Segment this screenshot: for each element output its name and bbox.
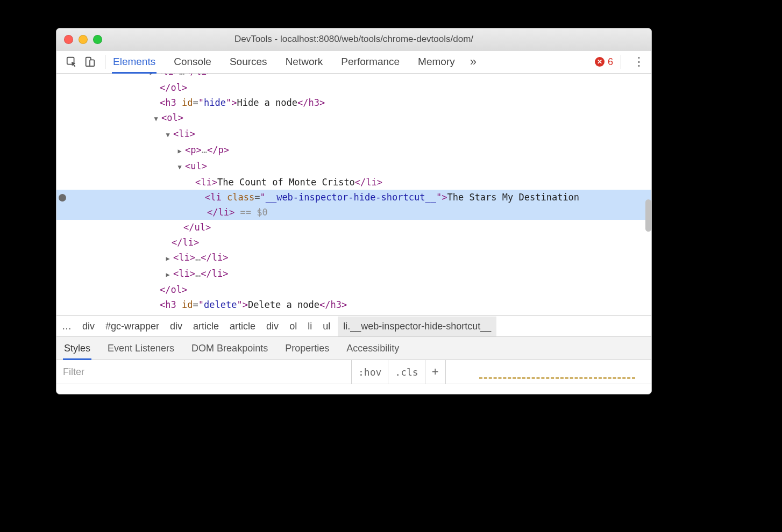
tab-memory[interactable]: Memory xyxy=(418,51,455,73)
dom-node-selected[interactable]: <li class="__web-inspector-hide-shortcut… xyxy=(56,190,651,205)
crumb[interactable]: div xyxy=(266,321,279,332)
dom-node[interactable]: </ul> xyxy=(56,220,651,235)
inspect-element-icon[interactable] xyxy=(64,54,79,69)
dom-node[interactable]: </ol> xyxy=(56,80,651,95)
dom-node[interactable]: <h3 id="delete">Delete a node</h3> xyxy=(56,297,651,312)
crumb[interactable]: #gc-wrapper xyxy=(105,321,159,332)
devtools-window: DevTools - localhost:8080/web/tools/chro… xyxy=(56,28,652,394)
crumb-current[interactable]: li.__web-inspector-hide-shortcut__ xyxy=(338,317,496,336)
subtab-properties[interactable]: Properties xyxy=(285,337,329,360)
dom-node[interactable]: </li> xyxy=(56,235,651,250)
crumb[interactable]: div xyxy=(170,321,182,332)
dom-node[interactable]: <li>…</li> xyxy=(56,74,651,80)
crumb[interactable]: ul xyxy=(323,321,330,332)
subtab-styles[interactable]: Styles xyxy=(64,337,90,360)
crumb[interactable]: … xyxy=(62,321,72,332)
dom-node[interactable]: <ol> xyxy=(56,110,651,126)
svg-rect-2 xyxy=(90,60,94,66)
scrollbar-thumb[interactable] xyxy=(645,199,651,232)
crumb[interactable]: ol xyxy=(289,321,297,332)
dom-breadcrumbs: … div #gc-wrapper div article article di… xyxy=(56,315,651,337)
titlebar: DevTools - localhost:8080/web/tools/chro… xyxy=(56,28,651,51)
tab-sources[interactable]: Sources xyxy=(230,51,267,73)
dom-node[interactable]: <li>The Count of Monte Cristo</li> xyxy=(56,175,651,190)
dom-node[interactable]: <ol>…</ol> xyxy=(56,312,651,315)
dom-tree[interactable]: <li>…</li> </ol> <h3 id="hide">Hide a no… xyxy=(56,74,651,315)
tab-console[interactable]: Console xyxy=(174,51,211,73)
error-icon: ✕ xyxy=(595,57,605,67)
minimize-window-icon[interactable] xyxy=(79,35,88,44)
error-count: 6 xyxy=(608,56,613,68)
subtab-accessibility[interactable]: Accessibility xyxy=(346,337,399,360)
kebab-menu-icon[interactable]: ⋮ xyxy=(633,55,645,69)
toolbar-divider xyxy=(105,55,105,69)
overflow-tabs-icon[interactable]: » xyxy=(470,55,477,69)
error-badge[interactable]: ✕ 6 xyxy=(595,56,613,68)
tab-elements[interactable]: Elements xyxy=(113,51,155,73)
window-controls xyxy=(56,35,102,44)
toggle-classes-button[interactable]: .cls xyxy=(388,360,425,384)
zoom-window-icon[interactable] xyxy=(93,35,102,44)
subtab-dom-breakpoints[interactable]: DOM Breakpoints xyxy=(191,337,268,360)
tab-performance[interactable]: Performance xyxy=(341,51,400,73)
margin-box-icon xyxy=(479,377,635,383)
dom-node[interactable]: <li> xyxy=(56,126,651,142)
dom-node[interactable]: <li>…</li> xyxy=(56,250,651,266)
dom-node[interactable]: </ol> xyxy=(56,282,651,297)
styles-toolbar: :hov .cls + xyxy=(56,360,651,384)
dom-node[interactable]: <h3 id="hide">Hide a node</h3> xyxy=(56,95,651,110)
dom-node[interactable]: <p>…</p> xyxy=(56,142,651,159)
toggle-hover-button[interactable]: :hov xyxy=(352,360,388,384)
device-toolbar-icon[interactable] xyxy=(82,54,97,69)
close-window-icon[interactable] xyxy=(64,35,73,44)
tab-network[interactable]: Network xyxy=(286,51,323,73)
main-toolbar: Elements Console Sources Network Perform… xyxy=(56,51,651,74)
window-title: DevTools - localhost:8080/web/tools/chro… xyxy=(56,34,651,45)
subtab-event-listeners[interactable]: Event Listeners xyxy=(108,337,174,360)
crumb[interactable]: li xyxy=(308,321,312,332)
panel-tabs: Elements Console Sources Network Perform… xyxy=(113,51,455,73)
crumb[interactable]: article xyxy=(193,321,219,332)
toolbar-divider xyxy=(621,55,621,69)
crumb[interactable]: article xyxy=(230,321,255,332)
box-model-preview xyxy=(446,360,651,384)
crumb[interactable]: div xyxy=(82,321,95,332)
hidden-node-marker-icon xyxy=(59,194,66,202)
new-style-rule-button[interactable]: + xyxy=(425,360,446,384)
dom-node[interactable]: <li>…</li> xyxy=(56,266,651,282)
dom-node-selected[interactable]: </li> == $0 xyxy=(56,205,651,220)
dom-node[interactable]: <ul> xyxy=(56,159,651,175)
styles-filter-input[interactable] xyxy=(56,360,352,384)
sidebar-tabs: Styles Event Listeners DOM Breakpoints P… xyxy=(56,337,651,360)
